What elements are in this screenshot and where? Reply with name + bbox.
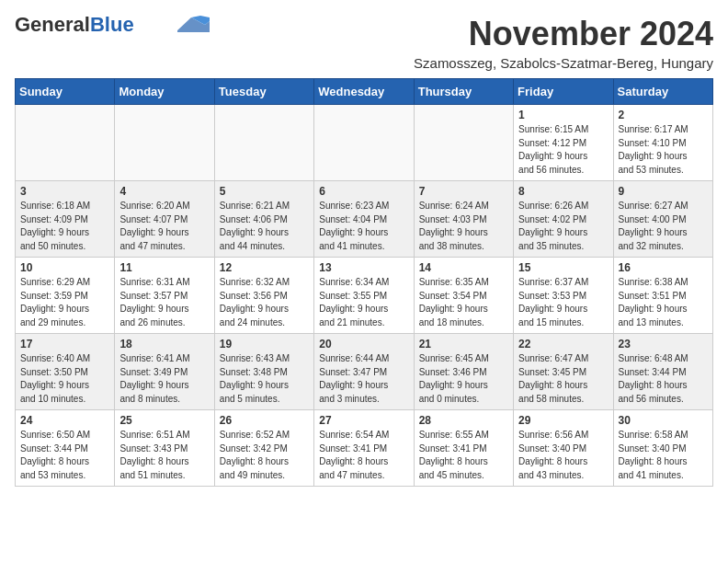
day-info: Sunrise: 6:40 AM Sunset: 3:50 PM Dayligh… bbox=[20, 352, 109, 406]
day-number: 18 bbox=[119, 338, 209, 350]
calendar-cell: 12Sunrise: 6:32 AM Sunset: 3:56 PM Dayli… bbox=[214, 258, 313, 334]
calendar-cell: 16Sunrise: 6:38 AM Sunset: 3:51 PM Dayli… bbox=[613, 258, 712, 334]
day-info: Sunrise: 6:48 AM Sunset: 3:44 PM Dayligh… bbox=[619, 352, 708, 406]
day-number: 21 bbox=[419, 338, 508, 350]
day-number: 3 bbox=[20, 185, 109, 198]
calendar-cell: 29Sunrise: 6:56 AM Sunset: 3:40 PM Dayli… bbox=[514, 410, 613, 487]
week-row-1: 1Sunrise: 6:15 AM Sunset: 4:12 PM Daylig… bbox=[16, 105, 713, 181]
day-number: 27 bbox=[319, 414, 408, 427]
weekday-thursday: Thursday bbox=[414, 79, 513, 105]
calendar-cell: 10Sunrise: 6:29 AM Sunset: 3:59 PM Dayli… bbox=[16, 258, 115, 334]
day-info: Sunrise: 6:35 AM Sunset: 3:54 PM Dayligh… bbox=[419, 276, 508, 329]
day-number: 5 bbox=[220, 185, 309, 198]
calendar-cell bbox=[314, 105, 414, 181]
calendar-cell: 22Sunrise: 6:47 AM Sunset: 3:45 PM Dayli… bbox=[514, 334, 613, 410]
day-number: 22 bbox=[518, 338, 608, 350]
logo-text: GeneralBlue bbox=[15, 15, 134, 35]
weekday-header-row: SundayMondayTuesdayWednesdayThursdayFrid… bbox=[16, 79, 713, 105]
calendar-cell: 2Sunrise: 6:17 AM Sunset: 4:10 PM Daylig… bbox=[613, 105, 712, 181]
day-info: Sunrise: 6:27 AM Sunset: 4:00 PM Dayligh… bbox=[619, 200, 708, 253]
calendar-cell: 7Sunrise: 6:24 AM Sunset: 4:03 PM Daylig… bbox=[414, 181, 513, 258]
weekday-wednesday: Wednesday bbox=[314, 79, 414, 105]
calendar-cell: 9Sunrise: 6:27 AM Sunset: 4:00 PM Daylig… bbox=[613, 181, 712, 258]
day-number: 1 bbox=[518, 109, 608, 121]
calendar-cell: 1Sunrise: 6:15 AM Sunset: 4:12 PM Daylig… bbox=[514, 105, 613, 181]
day-info: Sunrise: 6:15 AM Sunset: 4:12 PM Dayligh… bbox=[518, 123, 608, 177]
day-info: Sunrise: 6:29 AM Sunset: 3:59 PM Dayligh… bbox=[20, 276, 109, 329]
day-info: Sunrise: 6:26 AM Sunset: 4:02 PM Dayligh… bbox=[518, 200, 608, 253]
weekday-saturday: Saturday bbox=[613, 79, 712, 105]
day-number: 20 bbox=[319, 338, 408, 350]
calendar-cell: 17Sunrise: 6:40 AM Sunset: 3:50 PM Dayli… bbox=[16, 334, 115, 410]
day-info: Sunrise: 6:56 AM Sunset: 3:40 PM Dayligh… bbox=[518, 429, 608, 482]
day-number: 16 bbox=[619, 261, 708, 274]
day-number: 26 bbox=[220, 414, 309, 427]
day-number: 25 bbox=[119, 414, 209, 427]
calendar-cell: 4Sunrise: 6:20 AM Sunset: 4:07 PM Daylig… bbox=[115, 181, 214, 258]
calendar-cell: 3Sunrise: 6:18 AM Sunset: 4:09 PM Daylig… bbox=[16, 181, 115, 258]
weekday-tuesday: Tuesday bbox=[214, 79, 313, 105]
calendar-cell: 5Sunrise: 6:21 AM Sunset: 4:06 PM Daylig… bbox=[214, 181, 313, 258]
title-block: November 2024 Szamosszeg, Szabolcs-Szatm… bbox=[414, 15, 713, 71]
logo-general: General bbox=[15, 13, 90, 36]
calendar-cell: 19Sunrise: 6:43 AM Sunset: 3:48 PM Dayli… bbox=[214, 334, 313, 410]
day-number: 7 bbox=[419, 185, 508, 198]
day-info: Sunrise: 6:23 AM Sunset: 4:04 PM Dayligh… bbox=[319, 200, 408, 253]
calendar-cell: 14Sunrise: 6:35 AM Sunset: 3:54 PM Dayli… bbox=[414, 258, 513, 334]
day-number: 23 bbox=[619, 338, 708, 350]
calendar-cell: 27Sunrise: 6:54 AM Sunset: 3:41 PM Dayli… bbox=[314, 410, 414, 487]
day-number: 2 bbox=[619, 109, 708, 121]
calendar-cell: 11Sunrise: 6:31 AM Sunset: 3:57 PM Dayli… bbox=[115, 258, 214, 334]
day-info: Sunrise: 6:44 AM Sunset: 3:47 PM Dayligh… bbox=[319, 352, 408, 406]
calendar-cell: 30Sunrise: 6:58 AM Sunset: 3:40 PM Dayli… bbox=[613, 410, 712, 487]
week-row-2: 3Sunrise: 6:18 AM Sunset: 4:09 PM Daylig… bbox=[16, 181, 713, 258]
day-info: Sunrise: 6:34 AM Sunset: 3:55 PM Dayligh… bbox=[319, 276, 408, 329]
day-number: 30 bbox=[619, 414, 708, 427]
weekday-friday: Friday bbox=[514, 79, 613, 105]
calendar-cell: 15Sunrise: 6:37 AM Sunset: 3:53 PM Dayli… bbox=[514, 258, 613, 334]
day-info: Sunrise: 6:32 AM Sunset: 3:56 PM Dayligh… bbox=[220, 276, 309, 329]
calendar-cell bbox=[115, 105, 214, 181]
day-info: Sunrise: 6:31 AM Sunset: 3:57 PM Dayligh… bbox=[119, 276, 209, 329]
day-info: Sunrise: 6:45 AM Sunset: 3:46 PM Dayligh… bbox=[419, 352, 508, 406]
day-number: 10 bbox=[20, 261, 109, 274]
day-info: Sunrise: 6:37 AM Sunset: 3:53 PM Dayligh… bbox=[518, 276, 608, 329]
weekday-sunday: Sunday bbox=[16, 79, 115, 105]
day-number: 11 bbox=[119, 261, 209, 274]
calendar-cell: 26Sunrise: 6:52 AM Sunset: 3:42 PM Dayli… bbox=[214, 410, 313, 487]
calendar-cell: 24Sunrise: 6:50 AM Sunset: 3:44 PM Dayli… bbox=[16, 410, 115, 487]
day-info: Sunrise: 6:50 AM Sunset: 3:44 PM Dayligh… bbox=[20, 429, 109, 482]
day-number: 12 bbox=[220, 261, 309, 274]
day-info: Sunrise: 6:58 AM Sunset: 3:40 PM Dayligh… bbox=[619, 429, 708, 482]
day-number: 9 bbox=[619, 185, 708, 198]
week-row-3: 10Sunrise: 6:29 AM Sunset: 3:59 PM Dayli… bbox=[16, 258, 713, 334]
calendar-cell: 13Sunrise: 6:34 AM Sunset: 3:55 PM Dayli… bbox=[314, 258, 414, 334]
day-info: Sunrise: 6:24 AM Sunset: 4:03 PM Dayligh… bbox=[419, 200, 508, 253]
location: Szamosszeg, Szabolcs-Szatmar-Bereg, Hung… bbox=[414, 55, 713, 71]
day-number: 24 bbox=[20, 414, 109, 427]
day-number: 8 bbox=[518, 185, 608, 198]
day-info: Sunrise: 6:43 AM Sunset: 3:48 PM Dayligh… bbox=[220, 352, 309, 406]
calendar-cell: 28Sunrise: 6:55 AM Sunset: 3:41 PM Dayli… bbox=[414, 410, 513, 487]
calendar-cell: 6Sunrise: 6:23 AM Sunset: 4:04 PM Daylig… bbox=[314, 181, 414, 258]
logo-blue: Blue bbox=[90, 13, 134, 36]
day-info: Sunrise: 6:41 AM Sunset: 3:49 PM Dayligh… bbox=[119, 352, 209, 406]
day-info: Sunrise: 6:38 AM Sunset: 3:51 PM Dayligh… bbox=[619, 276, 708, 329]
page-header: GeneralBlue November 2024 Szamosszeg, Sz… bbox=[15, 15, 713, 71]
day-info: Sunrise: 6:55 AM Sunset: 3:41 PM Dayligh… bbox=[419, 429, 508, 482]
week-row-4: 17Sunrise: 6:40 AM Sunset: 3:50 PM Dayli… bbox=[16, 334, 713, 410]
day-info: Sunrise: 6:52 AM Sunset: 3:42 PM Dayligh… bbox=[220, 429, 309, 482]
calendar-cell bbox=[16, 105, 115, 181]
day-info: Sunrise: 6:47 AM Sunset: 3:45 PM Dayligh… bbox=[518, 352, 608, 406]
day-number: 29 bbox=[518, 414, 608, 427]
week-row-5: 24Sunrise: 6:50 AM Sunset: 3:44 PM Dayli… bbox=[16, 410, 713, 487]
day-number: 28 bbox=[419, 414, 508, 427]
calendar-cell bbox=[214, 105, 313, 181]
calendar-cell: 20Sunrise: 6:44 AM Sunset: 3:47 PM Dayli… bbox=[314, 334, 414, 410]
day-number: 19 bbox=[220, 338, 309, 350]
calendar: SundayMondayTuesdayWednesdayThursdayFrid… bbox=[15, 78, 713, 487]
day-info: Sunrise: 6:18 AM Sunset: 4:09 PM Dayligh… bbox=[20, 200, 109, 253]
calendar-cell bbox=[414, 105, 513, 181]
calendar-cell: 21Sunrise: 6:45 AM Sunset: 3:46 PM Dayli… bbox=[414, 334, 513, 410]
month-title: November 2024 bbox=[414, 15, 713, 53]
